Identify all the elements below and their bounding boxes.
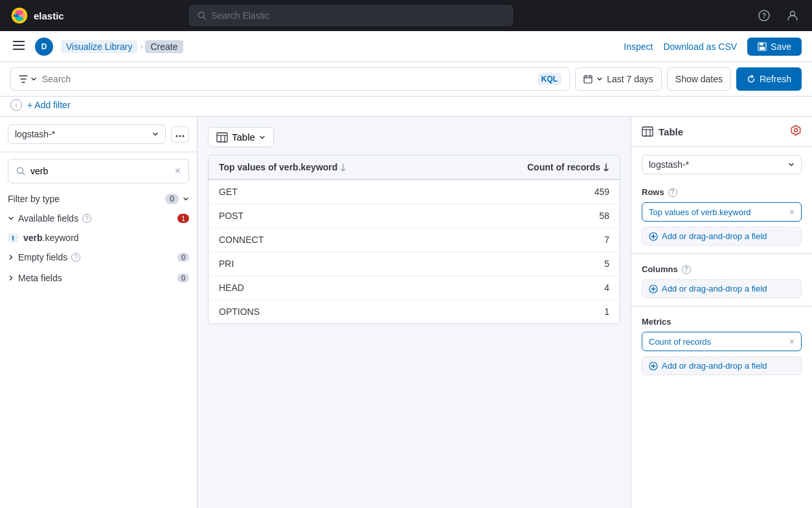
svg-text:?: ? <box>762 12 766 19</box>
table-row: GET 459 <box>209 180 620 204</box>
columns-help-icon[interactable]: ? <box>682 265 691 274</box>
add-filter-link[interactable]: + Add filter <box>27 100 71 110</box>
table-cell-label: GET <box>219 187 594 197</box>
refresh-button[interactable]: Refresh <box>736 67 802 91</box>
right-panel-index-dropdown[interactable]: logstash-* <box>642 155 802 174</box>
breadcrumb-library-link[interactable]: Visualize Library <box>61 40 137 53</box>
right-panel-settings-button[interactable] <box>790 124 802 139</box>
help-icon: ? <box>758 10 770 21</box>
calendar-icon <box>583 75 592 84</box>
hamburger-menu-btn[interactable] <box>10 38 27 54</box>
rows-label: Rows <box>642 187 664 197</box>
data-table: Top values of verb.keyword Count of reco… <box>208 155 620 324</box>
table-row: PRI 5 <box>209 252 620 276</box>
meta-fields-header-left: Meta fields <box>8 273 62 283</box>
global-search-bar[interactable] <box>189 5 513 26</box>
svg-rect-25 <box>217 133 227 142</box>
date-picker[interactable]: Last 7 days <box>575 67 662 91</box>
download-csv-link[interactable]: Download as CSV <box>663 41 737 52</box>
breadcrumb-bar: D Visualize Library › Create Inspect Dow… <box>0 31 812 62</box>
chevron-down-icon <box>788 161 795 168</box>
refresh-icon <box>747 75 756 84</box>
table-row: HEAD 4 <box>209 276 620 300</box>
filter-type-count: 0 <box>165 194 179 204</box>
field-search-input[interactable] <box>30 166 170 176</box>
center-panel: Table Top values of verb.keyword Count o… <box>197 117 631 508</box>
show-dates-button[interactable]: Show dates <box>667 67 731 91</box>
col-header-left[interactable]: Top values of verb.keyword <box>219 162 527 172</box>
filter-by-type-row[interactable]: Filter by type 0 <box>0 190 197 208</box>
save-button[interactable]: Save <box>747 38 802 56</box>
table-cell-label: OPTIONS <box>219 306 604 317</box>
metrics-add-field-button[interactable]: Add or drag-and-drop a field <box>642 356 802 375</box>
svg-point-4 <box>20 14 25 17</box>
search-filter-input[interactable] <box>42 74 532 84</box>
rows-columns-divider <box>631 253 812 254</box>
available-fields-section-header[interactable]: Available fields ? 1 <box>0 208 197 229</box>
inspect-link[interactable]: Inspect <box>624 41 653 52</box>
chevron-down-icon <box>30 76 37 82</box>
viz-type-selector-button[interactable]: Table <box>208 127 274 147</box>
breadcrumb-actions: Inspect Download as CSV Save <box>624 38 802 56</box>
right-panel-title-label: Table <box>659 126 683 137</box>
table-row: POST 58 <box>209 204 620 228</box>
index-pattern-label: logstash-* <box>15 129 55 139</box>
svg-point-20 <box>176 135 178 137</box>
chevron-down-icon <box>183 196 189 202</box>
sort-icon <box>340 163 346 171</box>
plus-icon <box>649 362 658 371</box>
save-label: Save <box>771 41 791 52</box>
user-menu-btn[interactable] <box>784 6 802 25</box>
table-row: CONNECT 7 <box>209 228 620 252</box>
clear-field-search-button[interactable]: × <box>175 166 181 176</box>
rows-item-label: Top values of verb.keyword <box>649 207 751 217</box>
chevron-down-icon <box>596 76 603 82</box>
columns-label: Columns <box>642 264 678 274</box>
chevron-right-icon <box>8 254 14 260</box>
table-cell-label: PRI <box>219 259 604 269</box>
filter-tags-bar: i + Add filter <box>0 97 812 117</box>
rows-help-icon[interactable]: ? <box>668 188 677 197</box>
table-cell-count: 58 <box>599 211 609 221</box>
metrics-item-label: Count of records <box>649 337 711 347</box>
svg-rect-29 <box>642 127 653 136</box>
elastic-logo[interactable]: elastic <box>10 6 64 25</box>
filter-info-icon[interactable]: i <box>10 99 22 111</box>
empty-fields-section-header[interactable]: Empty fields ? 0 <box>0 247 197 268</box>
avatar-letter: D <box>41 42 47 51</box>
breadcrumb: Visualize Library › Create <box>61 40 183 53</box>
right-panel-header: Table <box>631 117 812 147</box>
search-icon <box>197 11 206 20</box>
index-pattern-dropdown[interactable]: logstash-* <box>8 124 166 144</box>
kql-badge[interactable]: KQL <box>537 73 561 85</box>
settings-icon <box>790 124 802 136</box>
help-icon-btn[interactable]: ? <box>755 6 773 25</box>
rows-add-field-button[interactable]: Add or drag-and-drop a field <box>642 227 802 246</box>
avatar[interactable]: D <box>35 38 53 56</box>
table-rows-container: GET 459 POST 58 CONNECT 7 PRI 5 HEAD 4 O… <box>209 180 620 323</box>
col-header-right[interactable]: Count of records <box>527 162 609 172</box>
remove-metrics-item-button[interactable]: × <box>789 336 795 347</box>
rows-item-verb-keyword[interactable]: Top values of verb.keyword × <box>642 202 802 222</box>
meta-fields-section-header[interactable]: Meta fields 0 <box>0 268 197 288</box>
table-cell-label: CONNECT <box>219 235 604 245</box>
breadcrumb-current: Create <box>145 40 183 53</box>
empty-fields-help-icon[interactable]: ? <box>71 253 80 262</box>
table-row: OPTIONS 1 <box>209 300 620 323</box>
table-cell-count: 4 <box>604 283 609 293</box>
field-item-verb-keyword[interactable]: t verb.keyword <box>0 229 197 247</box>
col-header-right-label: Count of records <box>527 162 600 172</box>
filter-options-btn[interactable] <box>19 75 37 84</box>
global-search-input[interactable] <box>211 10 504 21</box>
metrics-add-field-label: Add or drag-and-drop a field <box>662 361 767 371</box>
left-panel: logstash-* × Filter by typ <box>0 117 197 508</box>
metrics-item-count[interactable]: Count of records × <box>642 332 802 351</box>
svg-point-22 <box>183 135 185 137</box>
index-options-button[interactable] <box>171 126 189 143</box>
available-fields-header-left: Available fields ? <box>8 213 91 224</box>
refresh-label: Refresh <box>760 74 791 84</box>
right-panel: Table logstash-* Rows ? Top values of ve… <box>631 117 812 508</box>
columns-add-field-button[interactable]: Add or drag-and-drop a field <box>642 279 802 298</box>
remove-rows-item-button[interactable]: × <box>789 207 795 217</box>
available-fields-help-icon[interactable]: ? <box>82 214 91 223</box>
